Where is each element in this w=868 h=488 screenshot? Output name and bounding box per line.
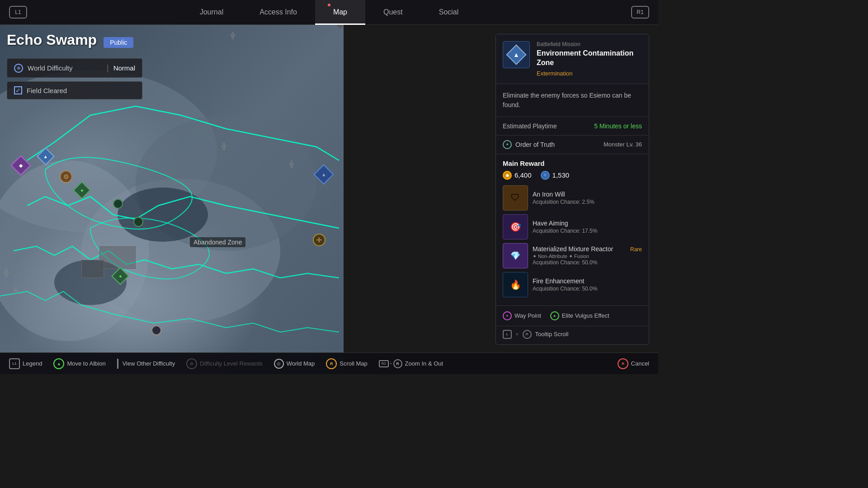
view-difficulty-action[interactable]: View Other Difficulty bbox=[117, 359, 175, 369]
legend-action[interactable]: L1 Legend bbox=[9, 358, 42, 369]
waypoint-btn-icon: ● bbox=[503, 311, 512, 320]
nav-map[interactable]: Map bbox=[315, 0, 365, 25]
item-thumb-3: 💎 bbox=[503, 243, 528, 268]
difficulty-icon: ⊕ bbox=[14, 64, 23, 73]
tooltip-btn-1: L bbox=[503, 330, 512, 339]
field-cleared-panel: ✓ Field Cleared bbox=[7, 81, 142, 99]
elite-vulgus-btn-icon: ▲ bbox=[550, 311, 559, 320]
map-marker-x-2: ╬ bbox=[14, 287, 18, 293]
field-cleared-label: Field Cleared bbox=[27, 87, 67, 94]
visibility-badge: Public bbox=[104, 37, 133, 48]
faction-name: Order of Truth bbox=[515, 141, 555, 148]
r1-button[interactable]: R1 bbox=[631, 6, 649, 19]
reward-item-1: 🛡 An Iron Will Acquisition Chance: 2.5% bbox=[503, 185, 642, 211]
monster-level: Monster Lv. 36 bbox=[604, 141, 642, 148]
difficulty-value: Normal bbox=[113, 64, 135, 72]
item-name-1: An Iron Will bbox=[533, 191, 642, 198]
nav-quest[interactable]: Quest bbox=[365, 0, 421, 25]
cancel-action[interactable]: ✕ Cancel bbox=[618, 358, 649, 369]
item-thumb-2: 🎯 bbox=[503, 214, 528, 239]
view-difficulty-btn-icon bbox=[117, 359, 120, 369]
reward-currency: ◉ 6,400 ⚙ 1,530 bbox=[496, 171, 649, 185]
tooltip-btn-2: R bbox=[523, 330, 532, 339]
l1-button[interactable]: L1 bbox=[9, 6, 27, 19]
difficulty-divider: | bbox=[107, 63, 109, 73]
scroll-map-btn-icon: R bbox=[326, 358, 337, 369]
item-thumb-1: 🛡 bbox=[503, 185, 528, 211]
mission-description: Eliminate the enemy forces so Esiemo can… bbox=[496, 84, 649, 117]
mission-icon-symbol: ▲ bbox=[513, 51, 519, 58]
item-thumb-4: 🔥 bbox=[503, 272, 528, 297]
world-map-label: World Map bbox=[287, 360, 315, 367]
playtime-row: Estimated Playtime 5 Minutes or less bbox=[496, 117, 649, 136]
main-reward-header: Main Reward bbox=[496, 154, 649, 171]
move-albion-action[interactable]: ▲ Move to Albion bbox=[53, 358, 105, 369]
item-attrs-3: ✦ Non-Attribute ✦ Fusion bbox=[533, 253, 642, 259]
nav-journal[interactable]: Journal bbox=[182, 0, 241, 25]
item-info-2: Have Aiming Acquisition Chance: 17.5% bbox=[533, 220, 642, 234]
cancel-btn-icon: ✕ bbox=[618, 358, 628, 369]
map-marker-1[interactable]: ▲ bbox=[38, 149, 53, 164]
difficulty-label: World Difficulty bbox=[28, 64, 102, 72]
map-marker-green-2[interactable]: ● bbox=[113, 269, 127, 283]
world-difficulty-panel: ⊕ World Difficulty | Normal bbox=[7, 58, 142, 78]
move-albion-btn-icon: ▲ bbox=[53, 358, 64, 369]
nav-access-info[interactable]: Access Info bbox=[241, 0, 315, 25]
world-map-action[interactable]: ◎ World Map bbox=[274, 359, 315, 369]
map-marker-mission[interactable]: ▲ bbox=[316, 167, 331, 182]
region-info: Echo Swamp Public ⊕ World Difficulty | N… bbox=[7, 32, 142, 99]
abandoned-zone-label: Abandoned Zone bbox=[190, 237, 245, 247]
item-chance-3: Acquisition Chance: 50.0% bbox=[533, 259, 642, 266]
mission-icon-box: ▲ bbox=[503, 41, 530, 68]
faction-icon: ✦ bbox=[503, 140, 512, 149]
item-chance-1: Acquisition Chance: 2.5% bbox=[533, 199, 642, 205]
blue-currency: ⚙ 1,530 bbox=[541, 171, 570, 180]
scroll-map-label: Scroll Map bbox=[340, 360, 367, 367]
map-structure bbox=[99, 246, 136, 269]
reward-item-4: 🔥 Fire Enhancement Acquisition Chance: 5… bbox=[503, 272, 642, 297]
map-marker-gear[interactable]: ⚙ bbox=[59, 169, 73, 184]
item-info-4: Fire Enhancement Acquisition Chance: 50.… bbox=[533, 277, 642, 292]
view-difficulty-label: View Other Difficulty bbox=[123, 360, 175, 367]
legend-btn-icon: L1 bbox=[9, 358, 20, 369]
map-marker-2[interactable]: ◆ bbox=[14, 158, 28, 173]
item-name-4: Fire Enhancement bbox=[533, 277, 642, 285]
gold-coin-icon: ◉ bbox=[503, 171, 512, 180]
cancel-label: Cancel bbox=[631, 360, 649, 367]
field-cleared-checkbox[interactable]: ✓ bbox=[14, 86, 22, 94]
map-marker-green[interactable]: ● bbox=[75, 183, 89, 197]
zoom-btn-combo: R2 + R bbox=[379, 359, 402, 368]
map-marker-circle-2[interactable] bbox=[131, 215, 146, 229]
reward-item-2: 🎯 Have Aiming Acquisition Chance: 17.5% bbox=[503, 214, 642, 239]
item-info-3: Materialized Mixture Reactor Rare ✦ Non-… bbox=[533, 245, 642, 266]
mission-header: ▲ Battlefield Mission Environment Contam… bbox=[496, 34, 649, 84]
item-name-2: Have Aiming bbox=[533, 220, 642, 227]
side-panel: ▲ Battlefield Mission Environment Contam… bbox=[495, 34, 649, 345]
difficulty-rewards-action[interactable]: ⊙ Difficulty Level Rewards bbox=[186, 358, 262, 369]
nav-social[interactable]: Social bbox=[421, 0, 477, 25]
map-marker-crosshair[interactable]: ✛ bbox=[312, 233, 326, 247]
bottom-bar: L1 Legend ▲ Move to Albion View Other Di… bbox=[0, 352, 658, 374]
mission-text: Battlefield Mission Environment Contamin… bbox=[537, 41, 642, 77]
faction-row: ✦ Order of Truth Monster Lv. 36 bbox=[496, 136, 649, 154]
map-marker-circle-1[interactable] bbox=[111, 197, 125, 211]
move-albion-label: Move to Albion bbox=[67, 360, 105, 367]
scroll-map-action[interactable]: R Scroll Map bbox=[326, 358, 367, 369]
mission-type: Battlefield Mission bbox=[537, 41, 642, 47]
panel-footer-2: L + R Tooltip Scroll bbox=[496, 326, 649, 344]
item-chance-4: Acquisition Chance: 50.0% bbox=[533, 286, 642, 292]
tooltip-plus: + bbox=[515, 331, 519, 338]
zoom-action[interactable]: R2 + R Zoom In & Out bbox=[379, 359, 443, 368]
map-marker-ring[interactable] bbox=[149, 323, 164, 338]
item-rare-3: Rare bbox=[630, 246, 642, 253]
playtime-value: 5 Minutes or less bbox=[594, 122, 642, 130]
map-marker-x-6: ╬ bbox=[231, 32, 235, 39]
item-info-1: An Iron Will Acquisition Chance: 2.5% bbox=[533, 191, 642, 205]
waypoint-action[interactable]: ● Way Point bbox=[503, 311, 541, 320]
reward-item-3: 💎 Materialized Mixture Reactor Rare ✦ No… bbox=[503, 243, 642, 268]
world-map-btn-icon: ◎ bbox=[274, 359, 284, 369]
nav-bar: L1 Journal Access Info Map Quest Social … bbox=[0, 0, 658, 25]
difficulty-rewards-btn-icon: ⊙ bbox=[186, 358, 197, 369]
elite-vulgus-action[interactable]: ▲ Elite Vulgus Effect bbox=[550, 311, 609, 320]
elite-vulgus-label: Elite Vulgus Effect bbox=[562, 312, 609, 319]
